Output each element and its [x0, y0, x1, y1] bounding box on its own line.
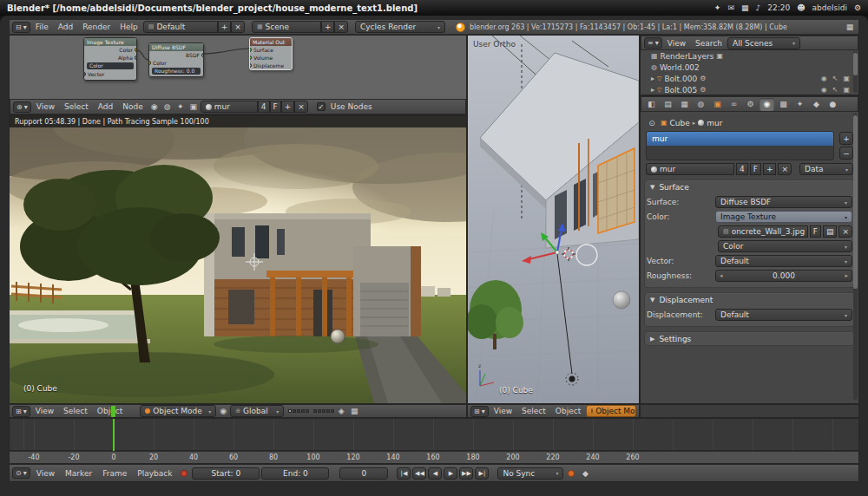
shader-object-icon[interactable]: ◉ — [148, 101, 161, 113]
image-fake-user-button[interactable]: F — [810, 225, 821, 238]
properties-scrollbar[interactable] — [853, 114, 858, 400]
node-diffuse-bsdf[interactable]: Diffuse BSDF BSDF Color Roughness: 0.0 — [148, 42, 204, 77]
outliner-scrollbar[interactable] — [853, 51, 858, 93]
material-slot-list[interactable]: mur — [646, 131, 834, 160]
scene-add-button[interactable]: + — [321, 21, 335, 33]
tab-object[interactable]: ▣ — [710, 98, 725, 111]
fake-user-button[interactable]: F — [270, 101, 281, 113]
editor-type-node-button[interactable]: ⊛ ▾ — [13, 101, 31, 113]
frame-start-field[interactable]: Start: 0 — [192, 467, 260, 480]
mode-selector[interactable]: Object Mode ▾ — [140, 405, 216, 417]
slot-remove-button[interactable]: − — [839, 147, 853, 160]
displacement-input-socket[interactable] — [250, 63, 252, 68]
material-users-button[interactable]: 4 — [736, 163, 748, 175]
visibility-eye-icon[interactable]: ◉ — [821, 86, 827, 94]
node-title[interactable]: Diffuse BSDF — [149, 43, 203, 51]
surface-type-dropdown[interactable]: Diffuse BSDF ▾ — [715, 196, 852, 208]
solid-viewport[interactable]: z User Ortho (0) Cube — [467, 35, 640, 404]
node-menu-select[interactable]: Select — [60, 102, 93, 111]
roughness-field[interactable]: Roughness: 0.0 — [152, 68, 201, 75]
vector-input-socket[interactable] — [84, 72, 86, 76]
next-keyframe-button[interactable]: ▶▶ — [459, 467, 473, 480]
link-type-selector[interactable]: Data ▾ — [799, 163, 853, 175]
indicator-icon[interactable]: ✦ — [714, 3, 721, 12]
roughness-slider[interactable]: ◂ 0.000 ▸ — [715, 270, 852, 282]
slider-right-arrow-icon[interactable]: ▸ — [845, 272, 848, 279]
tab-physics[interactable]: ◆ — [809, 98, 824, 111]
material-add-button[interactable]: + — [281, 101, 295, 113]
tl-menu-view[interactable]: View — [32, 469, 59, 478]
menu-add[interactable]: Add — [54, 23, 77, 31]
pin-icon[interactable]: ⊙ — [646, 117, 658, 128]
surface-panel-header[interactable]: ▼ Surface — [645, 180, 854, 193]
play-button[interactable]: ▶ — [444, 467, 457, 480]
use-nodes-checkbox[interactable]: ✓ — [317, 102, 326, 111]
mode-selector[interactable]: Object Mod — [586, 405, 636, 417]
outliner-scope-selector[interactable]: All Scenes ▾ — [727, 37, 800, 49]
node-title[interactable]: Material Out — [250, 38, 292, 46]
tl-menu-marker[interactable]: Marker — [61, 469, 96, 478]
tab-constraints[interactable]: ∞ — [727, 98, 741, 111]
prev-keyframe-button[interactable]: ◀◀ — [412, 467, 426, 480]
slider-left-arrow-icon[interactable]: ◂ — [720, 272, 723, 279]
timeline-ruler[interactable]: -40 -20 0 20 40 60 80 100 120 140 160 18… — [9, 451, 859, 464]
tab-render-layers[interactable]: ▤ — [661, 98, 675, 111]
tl-menu-frame[interactable]: Frame — [98, 469, 131, 478]
editor-type-3dview-button[interactable]: ⊞ ▾ — [470, 406, 489, 417]
selectable-arrow-icon[interactable]: ↖ — [832, 75, 838, 82]
volume-icon[interactable]: ♪ — [755, 3, 760, 12]
snap-magnet-icon[interactable]: ◈ — [335, 406, 347, 417]
tab-data[interactable]: ● — [825, 98, 840, 111]
displacement-panel-header[interactable]: ▼ Displacement — [645, 293, 854, 306]
tab-world[interactable]: ◍ — [694, 98, 708, 111]
settings-panel-header[interactable]: ▶ Settings — [645, 332, 854, 345]
timeline-canvas[interactable] — [9, 418, 859, 451]
renderable-camera-icon[interactable]: ▣ — [843, 86, 850, 94]
editor-type-3dview-button[interactable]: ⊞ ▾ — [12, 406, 30, 417]
session-gear-icon[interactable]: ⚙ — [854, 3, 861, 12]
outliner-row-world[interactable]: ◍ World.002 — [641, 62, 858, 73]
surface-input-socket[interactable] — [250, 48, 252, 52]
vp-menu-view[interactable]: View — [490, 407, 516, 415]
material-add-button[interactable]: + — [763, 163, 777, 175]
menu-render[interactable]: Render — [78, 23, 115, 31]
color-output-socket[interactable] — [135, 48, 136, 52]
tab-render[interactable]: ◧ — [644, 98, 659, 111]
image-datablock-field[interactable]: ▨ oncrete_Wall_3.jpg — [718, 225, 808, 238]
jump-to-start-button[interactable]: |◀ — [397, 467, 411, 480]
play-reverse-button[interactable]: ◀ — [428, 467, 442, 480]
vp-menu-select[interactable]: Select — [517, 407, 550, 415]
outliner-menu-view[interactable]: View — [663, 39, 690, 48]
layout-close-button[interactable]: × — [231, 21, 245, 33]
rendered-viewport[interactable]: Rupport 05:48.39 | Done | Path Tracing S… — [9, 115, 467, 404]
render-engine-selector[interactable]: Cycles Render ▾ — [355, 21, 445, 33]
image-unlink-button[interactable]: × — [838, 225, 852, 238]
material-name-field[interactable]: mur — [646, 163, 734, 175]
menu-file[interactable]: File — [31, 23, 53, 31]
image-browse-button[interactable]: ▤ — [823, 225, 838, 238]
volume-input-socket[interactable] — [250, 55, 252, 60]
editor-type-timeline-button[interactable]: ⊙ ▾ — [12, 467, 30, 479]
node-color-field[interactable]: Color — [87, 62, 134, 69]
editor-type-outliner-button[interactable]: ≡ ▾ — [644, 37, 662, 49]
visibility-eye-icon[interactable]: ◉ — [821, 75, 827, 82]
color-source-dropdown[interactable]: Image Texture ▾ — [715, 211, 852, 223]
autokey-record-icon[interactable] — [178, 467, 190, 479]
node-image-texture[interactable]: Image Texture Color Alpha Color Vector — [83, 37, 137, 81]
layout-add-button[interactable]: + — [218, 21, 232, 33]
keying-set-icon[interactable]: ◆ — [579, 467, 591, 479]
tab-modifiers[interactable]: ⚙ — [743, 98, 758, 111]
editor-type-info-button[interactable]: ⊟ ▾ — [12, 22, 30, 33]
renderable-camera-icon[interactable]: ▣ — [843, 75, 850, 82]
node-title[interactable]: Image Texture — [84, 38, 136, 46]
current-frame-field[interactable]: 0 — [339, 467, 388, 480]
material-unlink-button[interactable]: × — [294, 101, 308, 113]
window-duplicate-icon[interactable]: ▦ — [844, 22, 856, 33]
sync-mode-selector[interactable]: No Sync ▾ — [497, 467, 563, 480]
vp-menu-view[interactable]: View — [31, 407, 58, 415]
tab-texture[interactable]: ▩ — [776, 98, 791, 111]
display-icon[interactable]: ▦ — [741, 3, 749, 12]
vp-menu-object[interactable]: Object — [551, 407, 585, 415]
layers-widget[interactable] — [288, 409, 309, 413]
slot-add-button[interactable]: + — [839, 132, 853, 145]
